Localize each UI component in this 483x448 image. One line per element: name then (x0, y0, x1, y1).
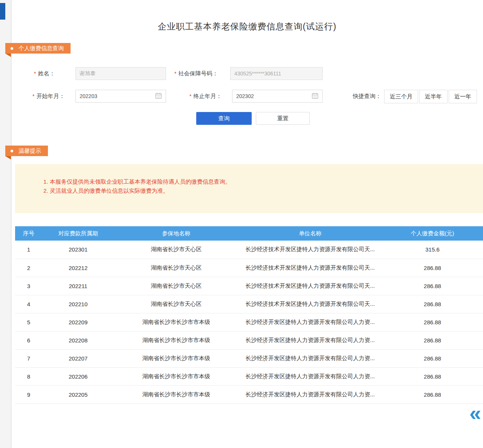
col-header-insured-place: 参保地名称 (114, 226, 238, 241)
table-cell: 286.88 (382, 277, 483, 295)
table-row: 1202301湖南省长沙市天心区长沙经济技术开发区捷特人力资源开发有限公司天..… (15, 241, 483, 259)
end-month-input[interactable]: 202302 (232, 90, 323, 103)
name-field: 谢旭泰 (75, 67, 166, 80)
page: 企业职工基本养老保险缴费信息查询(试运行) 个人缴费信息查询 *姓名： 谢旭泰 … (0, 0, 483, 448)
page-title: 企业职工基本养老保险缴费信息查询(试运行) (11, 21, 483, 32)
table-cell: 315.6 (382, 241, 483, 259)
table-cell: 202211 (42, 277, 114, 295)
section-badge-personal-query: 个人缴费信息查询 (5, 43, 71, 54)
required-asterisk: * (34, 71, 36, 77)
required-asterisk: * (189, 93, 191, 99)
table-cell: 长沙经济开发区捷特人力资源开发有限公司人力资... (238, 313, 382, 331)
ribbon-fold (5, 54, 11, 57)
table-cell: 286.88 (382, 385, 483, 404)
col-header-unit-name: 单位名称 (238, 226, 382, 241)
tips-line: 2. 灵活就业人员的缴费单位信息以实际缴费为准。 (43, 187, 169, 195)
table-row: 6202208湖南省长沙市长沙市市本级长沙经济开发区捷特人力资源开发有限公司人力… (15, 331, 483, 349)
table-cell: 长沙经济技术开发区捷特人力资源开发有限公司天... (238, 241, 382, 259)
quick-btn-1-year[interactable]: 近一年 (449, 90, 477, 103)
table-cell: 9 (15, 385, 42, 404)
table-cell: 286.88 (382, 349, 483, 367)
col-header-seq: 序号 (15, 226, 42, 241)
table-cell: 1 (15, 241, 42, 259)
table-cell: 4 (15, 295, 42, 313)
col-header-amount: 个人缴费金额(元) (382, 226, 483, 241)
table-cell: 202208 (42, 331, 114, 349)
table-cell: 286.88 (382, 259, 483, 277)
section-badge-label: 温馨提示 (18, 146, 41, 156)
table-cell: 长沙经济开发区捷特人力资源开发有限公司人力资... (238, 331, 382, 349)
table-cell: 湖南省长沙市长沙市市本级 (114, 331, 238, 349)
table-cell: 湖南省长沙市长沙市市本级 (114, 385, 238, 404)
results-table: 序号 对应费款所属期 参保地名称 单位名称 个人缴费金额(元) 1202301湖… (15, 226, 483, 404)
bullet-icon (11, 47, 13, 50)
calendar-icon[interactable] (155, 92, 162, 100)
table-cell: 长沙经济技术开发区捷特人力资源开发有限公司天... (238, 259, 382, 277)
table-cell: 202210 (42, 295, 114, 313)
table-header-row: 序号 对应费款所属期 参保地名称 单位名称 个人缴费金额(元) (15, 226, 483, 241)
table-cell: 286.88 (382, 331, 483, 349)
collapse-chevron-icon[interactable]: « (469, 403, 483, 425)
table-cell: 202206 (42, 367, 114, 385)
start-month-label: *开始年月： (32, 93, 65, 100)
table-cell: 湖南省长沙市长沙市市本级 (114, 313, 238, 331)
table-cell: 长沙经济技术开发区捷特人力资源开发有限公司天... (238, 295, 382, 313)
query-button[interactable]: 查询 (196, 112, 252, 125)
table-cell: 286.88 (382, 295, 483, 313)
end-month-label: *终止年月： (189, 93, 222, 100)
table-cell: 286.88 (382, 367, 483, 385)
table-cell: 7 (15, 349, 42, 367)
required-asterisk: * (174, 71, 176, 77)
table-row: 2202212湖南省长沙市天心区长沙经济技术开发区捷特人力资源开发有限公司天..… (15, 259, 483, 277)
table-cell: 3 (15, 277, 42, 295)
name-label: *姓名： (34, 70, 55, 77)
reset-button[interactable]: 重置 (256, 112, 310, 125)
table-cell: 6 (15, 331, 42, 349)
table-cell: 湖南省长沙市天心区 (114, 277, 238, 295)
table-cell: 湖南省长沙市长沙市市本级 (114, 349, 238, 367)
calendar-icon[interactable] (312, 92, 318, 100)
left-gutter (0, 0, 11, 448)
table-cell: 湖南省长沙市天心区 (114, 259, 238, 277)
quick-btn-3-months[interactable]: 近三个月 (384, 90, 418, 103)
table-cell: 202209 (42, 313, 114, 331)
quick-query-group: 近三个月 近半年 近一年 (384, 90, 477, 103)
table-cell: 286.88 (382, 313, 483, 331)
table-cell: 长沙经济技术开发区捷特人力资源开发有限公司天... (238, 277, 382, 295)
table-row: 5202209湖南省长沙市长沙市市本级长沙经济开发区捷特人力资源开发有限公司人力… (15, 313, 483, 331)
table-cell: 湖南省长沙市天心区 (114, 295, 238, 313)
required-asterisk: * (32, 93, 34, 99)
ribbon-fold (5, 156, 11, 160)
table-cell: 湖南省长沙市长沙市市本级 (114, 367, 238, 385)
side-tab[interactable] (0, 3, 5, 20)
name-value: 谢旭泰 (80, 70, 95, 77)
start-month-value: 202203 (80, 93, 97, 99)
table-cell: 湖南省长沙市天心区 (114, 241, 238, 259)
table-row: 9202205湖南省长沙市长沙市市本级长沙经济开发区捷特人力资源开发有限公司人力… (15, 385, 483, 404)
table-cell: 长沙经济开发区捷特人力资源开发有限公司人力资... (238, 349, 382, 367)
table-cell: 202205 (42, 385, 114, 404)
table-cell: 5 (15, 313, 42, 331)
tips-notice-box: 1. 本服务仅提供尚未领取企业职工基本养老保险待遇人员的缴费信息查询。 2. 灵… (15, 164, 483, 213)
table-row: 8202206湖南省长沙市长沙市市本级长沙经济开发区捷特人力资源开发有限公司人力… (15, 367, 483, 385)
table-cell: 长沙经济开发区捷特人力资源开发有限公司人力资... (238, 385, 382, 404)
tips-line: 1. 本服务仅提供尚未领取企业职工基本养老保险待遇人员的缴费信息查询。 (43, 178, 231, 186)
table-row: 7202207湖南省长沙市长沙市市本级长沙经济开发区捷特人力资源开发有限公司人力… (15, 349, 483, 367)
quick-query-label: 快捷查询： (353, 93, 381, 100)
table-row: 4202210湖南省长沙市天心区长沙经济技术开发区捷特人力资源开发有限公司天..… (15, 295, 483, 313)
col-header-period: 对应费款所属期 (42, 226, 114, 241)
quick-btn-half-year[interactable]: 近半年 (419, 90, 448, 103)
table-cell: 202301 (42, 241, 114, 259)
end-month-value: 202302 (236, 93, 254, 99)
table-cell: 202212 (42, 259, 114, 277)
table-cell: 202207 (42, 349, 114, 367)
start-month-input[interactable]: 202203 (75, 90, 166, 103)
bullet-icon (11, 150, 13, 152)
table-cell: 长沙经济开发区捷特人力资源开发有限公司人力资... (238, 367, 382, 385)
table-cell: 2 (15, 259, 42, 277)
ssn-field: 430525******306111 (230, 67, 323, 80)
ssn-value: 430525******306111 (234, 71, 281, 77)
section-badge-tips: 温馨提示 (5, 146, 48, 156)
table-cell: 8 (15, 367, 42, 385)
ssn-label: *社会保障号码： (174, 70, 218, 77)
